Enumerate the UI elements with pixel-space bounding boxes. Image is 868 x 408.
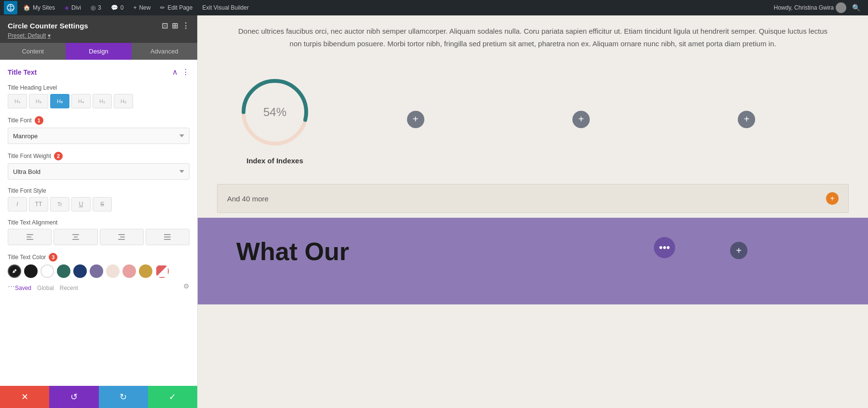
section-controls: ∧ ⋮ (172, 67, 190, 77)
panel-title-row: Circle Counter Settings ⊡ ⊞ ⋮ (8, 21, 190, 30)
tab-design[interactable]: Design (66, 43, 131, 60)
screen-icon[interactable]: ⊡ (162, 21, 168, 30)
align-justify-button[interactable] (146, 229, 190, 245)
color-swatch-pink[interactable] (122, 264, 136, 278)
color-swatch-blue[interactable] (73, 264, 87, 278)
chevron-down-icon: ▾ (48, 32, 51, 39)
align-right-button[interactable] (100, 229, 144, 245)
title-font-style-row: Title Font Style I TT Tr U S (8, 187, 190, 211)
allcaps-button[interactable]: TT (29, 197, 48, 211)
title-font-select[interactable]: Manrope (8, 128, 190, 144)
align-right-icon (118, 234, 125, 240)
align-left-icon (27, 234, 33, 240)
badge-3: 3 (49, 253, 57, 262)
title-text-color-row: Title Text Color 3 (8, 253, 190, 291)
align-center-button[interactable] (54, 229, 97, 245)
bottom-action-bar: ✕ ↺ ↻ ✓ (0, 386, 197, 408)
title-text-color-label: Title Text Color 3 (8, 253, 190, 262)
align-justify-icon (164, 234, 171, 240)
panel-title-icons: ⊡ ⊞ ⋮ (162, 21, 190, 30)
admin-bar-right: Howdy, Christina Gwira 🔍 (774, 2, 864, 13)
add-section-button[interactable]: + (730, 242, 747, 259)
and-more-text: And 40 more (227, 195, 269, 203)
pencil-icon: ✏ (160, 4, 165, 11)
settings-panel: Circle Counter Settings ⊡ ⊞ ⋮ Preset: De… (0, 15, 198, 408)
section-title: Title Text (8, 68, 37, 76)
add-button-2[interactable]: + (572, 111, 590, 128)
color-swatch-white[interactable] (41, 264, 54, 278)
title-font-style-label: Title Font Style (8, 187, 190, 194)
panel-title-text: Circle Counter Settings (8, 22, 88, 30)
undo-button[interactable]: ↺ (49, 386, 98, 408)
tab-advanced[interactable]: Advanced (132, 43, 197, 60)
section-more-button[interactable]: ⋮ (182, 67, 190, 77)
svg-point-1 (14, 269, 16, 271)
admin-bar-mysites[interactable]: 🏠 My Sites (19, 0, 59, 15)
color-swatch-green[interactable] (57, 264, 70, 278)
circle-percentage-text: 54% (263, 105, 286, 118)
capitalize-button[interactable]: Tr (50, 197, 69, 211)
circle-counter-section: 54% Index of Indexes + + + (198, 59, 868, 179)
color-picker-button[interactable] (8, 264, 21, 278)
grid-icon[interactable]: ⊞ (172, 21, 178, 30)
color-swatch-gold[interactable] (139, 264, 152, 278)
admin-bar-exit-builder[interactable]: Exit Visual Builder (198, 0, 253, 15)
title-font-weight-select[interactable]: Ultra Bold (8, 163, 190, 180)
color-swatch-black[interactable] (24, 264, 38, 278)
page-content: Donec ultrices faucibus orci, nec auctor… (198, 15, 868, 408)
add-more-button[interactable]: + (826, 192, 839, 205)
badge-2: 2 (54, 152, 63, 160)
panel-tabs: Content Design Advanced (0, 43, 197, 60)
floating-dots-button[interactable]: ••• (654, 237, 675, 258)
font-style-buttons: I TT Tr U S (8, 197, 190, 211)
cancel-button[interactable]: ✕ (0, 386, 49, 408)
howdy-text: Howdy, Christina Gwira (774, 4, 834, 11)
color-tab-saved[interactable]: Saved (15, 285, 31, 291)
circle-svg: 54% (236, 74, 313, 151)
plus-icon: + (133, 4, 136, 11)
align-left-button[interactable] (8, 229, 52, 245)
italic-button[interactable]: I (8, 197, 27, 211)
h1-button[interactable]: H₁ (8, 94, 27, 108)
color-swatch-peach[interactable] (106, 264, 120, 278)
and-more-section: And 40 more + (217, 184, 849, 213)
h6-button[interactable]: H₆ (114, 94, 133, 108)
preset-row[interactable]: Preset: Default ▾ (8, 32, 190, 39)
color-swatch-reset[interactable] (155, 264, 169, 278)
tab-content[interactable]: Content (0, 43, 66, 60)
more-vert-icon[interactable]: ⋮ (182, 21, 190, 30)
h2-button[interactable]: H₂ (29, 94, 48, 108)
circle-icon: ◎ (91, 4, 95, 11)
h5-button[interactable]: H₅ (93, 94, 112, 108)
admin-bar-comments[interactable]: 💬 0 (107, 0, 128, 15)
divi-icon: ◈ (65, 4, 69, 11)
badge-1: 1 (35, 116, 43, 125)
wordpress-logo-icon[interactable] (4, 1, 17, 14)
gear-icon[interactable]: ⚙ (183, 282, 190, 290)
color-tabs-row: ··· Saved Global Recent ⚙ (8, 281, 190, 291)
comment-icon: 💬 (111, 4, 118, 11)
admin-bar-circle-count[interactable]: ◎ 3 (87, 0, 105, 15)
h4-button[interactable]: H₄ (71, 94, 91, 108)
title-text-alignment-label: Title Text Alignment (8, 219, 190, 226)
h3-button[interactable]: H₃ (50, 94, 69, 108)
admin-bar-new[interactable]: + New (129, 0, 154, 15)
admin-bar-edit-page[interactable]: ✏ Edit Page (156, 0, 196, 15)
color-tab-recent[interactable]: Recent (60, 285, 78, 291)
strikethrough-button[interactable]: S (93, 197, 112, 211)
search-icon[interactable]: 🔍 (848, 4, 864, 12)
more-colors-button[interactable]: ··· (8, 281, 15, 291)
admin-bar-divi[interactable]: ◈ Divi (61, 0, 85, 15)
underline-button[interactable]: U (71, 197, 91, 211)
color-tab-global[interactable]: Global (37, 285, 54, 291)
admin-bar: 🏠 My Sites ◈ Divi ◎ 3 💬 0 + New ✏ Edit P… (0, 0, 868, 15)
color-swatch-purple[interactable] (90, 264, 103, 278)
save-button[interactable]: ✓ (148, 386, 197, 408)
redo-button[interactable]: ↻ (99, 386, 148, 408)
add-button-1[interactable]: + (407, 111, 424, 128)
color-tabs: Saved Global Recent (15, 285, 78, 291)
color-swatches (8, 264, 190, 278)
add-button-3[interactable]: + (738, 111, 755, 128)
collapse-button[interactable]: ∧ (172, 67, 178, 77)
alignment-buttons (8, 229, 190, 245)
